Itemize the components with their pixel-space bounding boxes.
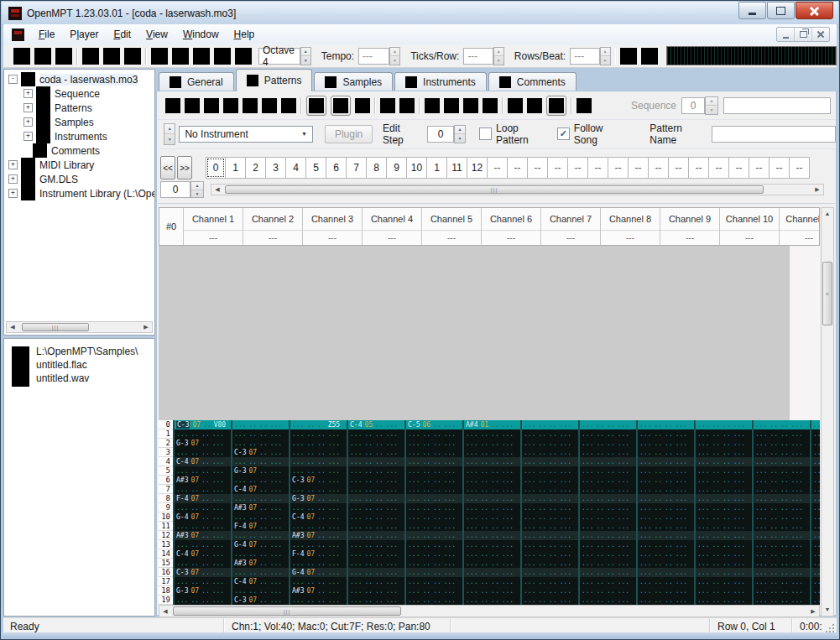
pattern-cell[interactable]: ..........	[347, 577, 404, 586]
pattern-cell[interactable]: ..........	[404, 494, 462, 503]
pattern-cell[interactable]: ..........	[578, 448, 636, 457]
pattern-cell[interactable]: ..........	[752, 540, 810, 549]
pattern-tool-icon[interactable]	[546, 96, 566, 116]
pattern-cell[interactable]: ..........	[462, 549, 520, 559]
channel-header[interactable]: Channel 7---	[541, 208, 601, 245]
order-cell[interactable]: --	[488, 157, 508, 179]
close-button[interactable]	[796, 2, 833, 19]
pattern-cell[interactable]: ..........	[810, 513, 820, 522]
pattern-cell[interactable]: ..........	[752, 429, 810, 439]
channel-header[interactable]: Channel 6---	[482, 208, 541, 245]
pattern-cell[interactable]: ..........	[810, 522, 820, 531]
pattern-cell[interactable]: ..........	[231, 531, 289, 540]
scroll-right-icon[interactable]: ▶	[811, 185, 823, 195]
pattern-cell[interactable]: ..........	[752, 503, 810, 513]
order-cell[interactable]: --	[528, 157, 548, 179]
order-cell[interactable]: 1	[427, 157, 447, 179]
tree-item-midi-library[interactable]: +MIDI Library	[4, 158, 154, 172]
pattern-cell[interactable]: ..........	[694, 568, 752, 577]
order-cell[interactable]: --	[729, 157, 749, 179]
toolbar-icon[interactable]	[235, 48, 252, 65]
pattern-cell[interactable]: ..........	[347, 503, 404, 513]
pattern-cell[interactable]: ..........	[636, 448, 694, 457]
pattern-cell[interactable]: ..........	[462, 522, 520, 531]
pattern-cell[interactable]: ..........	[289, 522, 347, 531]
mdi-close-button[interactable]	[812, 28, 829, 41]
pattern-cell[interactable]: C-506.....	[404, 420, 462, 429]
pattern-cell[interactable]: C-307.....	[231, 448, 289, 457]
pattern-cell[interactable]: C-405.....	[347, 420, 404, 429]
pattern-cell[interactable]: ..........	[404, 466, 462, 476]
pattern-cell[interactable]: ..........	[810, 586, 820, 596]
tempo-spinner[interactable]: ▲▼	[389, 47, 400, 65]
pattern-cell[interactable]: ..........	[462, 448, 520, 457]
title-bar[interactable]: OpenMPT 1.23.03.01 - [coda - laserwash.m…	[2, 2, 838, 25]
pattern-cell[interactable]: ..........	[520, 503, 578, 513]
pattern-cell[interactable]: ..........	[173, 448, 231, 457]
pattern-cell[interactable]: ..........	[173, 540, 231, 549]
expand-icon[interactable]: +	[8, 160, 18, 169]
pattern-tool-icon[interactable]	[281, 98, 296, 113]
pattern-tool-icon[interactable]	[306, 96, 326, 116]
pattern-cell[interactable]: ..........	[694, 429, 752, 439]
pattern-cell[interactable]: C-407.....	[173, 457, 231, 466]
pattern-cell[interactable]: ..........	[636, 494, 694, 503]
pattern-tool-icon[interactable]	[577, 98, 592, 113]
pattern-tool-icon[interactable]	[527, 98, 542, 113]
pattern-cell[interactable]: ..........	[810, 494, 820, 503]
channel-header[interactable]: Channel 1---	[184, 208, 243, 245]
pattern-cell[interactable]: A#307.....	[289, 586, 347, 596]
scroll-left-icon[interactable]: ◀	[211, 185, 223, 195]
ticks-per-row-field[interactable]: ---	[463, 48, 493, 65]
pattern-cell[interactable]: ..........	[694, 420, 752, 429]
pattern-cell[interactable]: C-407.....	[289, 513, 347, 522]
pattern-cell[interactable]: ..........	[810, 439, 820, 448]
pattern-cell[interactable]: ..........	[347, 448, 404, 457]
pattern-cell[interactable]: G-407.....	[289, 568, 347, 577]
pattern-tool-icon[interactable]	[508, 98, 523, 113]
pattern-cell[interactable]: ..........	[289, 596, 347, 605]
pattern-vscroll-thumb[interactable]: ≡	[822, 262, 832, 325]
pattern-cell[interactable]: ..........	[636, 577, 694, 586]
scroll-right-icon[interactable]: ▶	[140, 322, 152, 332]
pattern-cell[interactable]: ..........	[173, 522, 231, 531]
pattern-cell[interactable]: C-407.....	[231, 485, 289, 494]
pattern-cell[interactable]: ..........	[636, 540, 694, 549]
order-cell[interactable]: --	[649, 157, 669, 179]
order-cell[interactable]: --	[548, 157, 568, 179]
pattern-cell[interactable]: ..........	[173, 559, 231, 568]
pattern-cell[interactable]: ..........	[462, 596, 520, 605]
pattern-tool-icon[interactable]	[262, 98, 277, 113]
pattern-cell[interactable]: ..........	[404, 586, 462, 596]
pattern-cell[interactable]: ..........	[520, 457, 578, 466]
pattern-cell[interactable]: ..........	[462, 586, 520, 596]
pattern-cell[interactable]: ..........	[694, 503, 752, 513]
tree-horizontal-scrollbar[interactable]: ◀ ||| ▶	[6, 321, 153, 333]
pattern-cell[interactable]: ..........	[289, 503, 347, 513]
pattern-cell[interactable]: ..........	[404, 503, 462, 513]
toolbar-icon[interactable]	[193, 48, 210, 65]
pattern-cell[interactable]: ..........	[231, 513, 289, 522]
pattern-cell[interactable]: A#401.....	[462, 420, 520, 429]
pattern-cell[interactable]: ..........	[636, 439, 694, 448]
pattern-cell[interactable]: ..........	[578, 429, 636, 439]
pattern-cell[interactable]: ..........	[694, 540, 752, 549]
pattern-cell[interactable]: ..........	[289, 540, 347, 549]
pattern-cell[interactable]: ..........	[578, 559, 636, 568]
pattern-tool-icon[interactable]	[204, 98, 219, 113]
pattern-cell[interactable]: ..........	[694, 586, 752, 596]
pattern-tool-icon[interactable]	[380, 98, 395, 113]
order-cell[interactable]: --	[608, 157, 629, 179]
pattern-cell[interactable]: ..........	[752, 577, 810, 586]
order-cell[interactable]: 1	[226, 157, 246, 179]
channel-header[interactable]: Channel 8---	[601, 208, 660, 245]
pattern-cell[interactable]: ..........	[752, 420, 810, 429]
pattern-cell[interactable]: G-407.....	[231, 540, 289, 549]
pattern-cell[interactable]: ..........	[347, 439, 404, 448]
expand-icon[interactable]: +	[23, 89, 33, 98]
pattern-cell[interactable]: A#307.....	[173, 531, 231, 540]
pattern-cell[interactable]: ..........	[578, 540, 636, 549]
order-cell[interactable]: --	[709, 157, 729, 179]
follow-song-checkbox[interactable]: ✓	[557, 127, 570, 140]
pattern-cell[interactable]: ..........	[810, 531, 820, 540]
